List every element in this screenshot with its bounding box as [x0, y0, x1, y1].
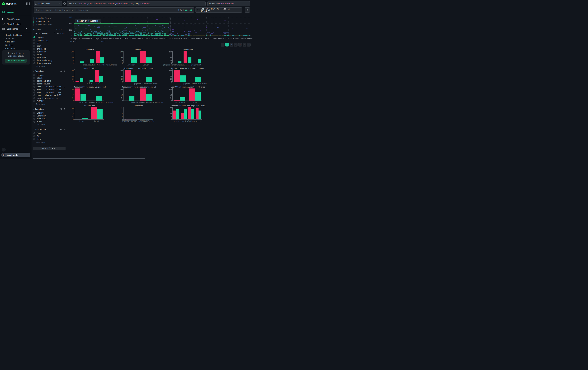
search-input[interactable] — [36, 9, 178, 11]
bar-smaller-range[interactable] — [181, 113, 184, 119]
filter-option[interactable]: Error: The credit card (… — [33, 88, 65, 91]
source-select[interactable]: Demo Traces — [34, 1, 62, 6]
bar-larger-range[interactable] — [195, 92, 201, 100]
bar-smaller-range[interactable] — [74, 89, 80, 100]
bar-larger-range[interactable] — [180, 75, 186, 82]
bar-larger-range[interactable] — [195, 77, 201, 82]
bar-larger-range[interactable] — [188, 57, 191, 63]
gear-icon[interactable] — [63, 2, 66, 5]
bar-smaller-range[interactable] — [194, 63, 197, 63]
sidebar-preset-services[interactable]: Services — [0, 43, 32, 47]
filter-option[interactable]: frontend-proxy — [33, 59, 65, 62]
checkbox[interactable] — [33, 39, 35, 41]
bar-smaller-range[interactable] — [86, 63, 90, 63]
sidebar-item-chart-explorer[interactable]: Chart Explorer — [0, 17, 32, 21]
checkbox[interactable] — [33, 62, 35, 64]
bar-larger-range[interactable] — [82, 118, 88, 119]
page-next-button[interactable]: › — [247, 43, 251, 47]
checkbox[interactable] — [33, 94, 35, 96]
filter-by-selection-button[interactable]: Filter by Selection — [75, 19, 101, 23]
filter-option[interactable]: Unset — [33, 138, 65, 140]
checkbox[interactable] — [33, 51, 35, 53]
filter-group-more[interactable]: › Load more — [33, 123, 65, 126]
bar-larger-range[interactable] — [180, 97, 185, 100]
checkbox[interactable] — [33, 57, 35, 59]
filter-option[interactable]: Error: The credit card (… — [33, 91, 65, 94]
bar-larger-range[interactable] — [146, 94, 152, 100]
bar-smaller-range[interactable] — [140, 51, 146, 63]
filter-option[interactable]: Server — [33, 120, 65, 123]
filter-option[interactable]: cart — [33, 45, 65, 48]
bar-larger-range[interactable] — [129, 96, 135, 100]
bar-smaller-range[interactable] — [125, 63, 131, 63]
checkbox[interactable] — [33, 60, 35, 61]
run-query-button[interactable] — [245, 7, 250, 12]
bar-smaller-range[interactable] — [140, 89, 146, 100]
filter-group-clear[interactable]: Clear — [60, 32, 65, 34]
bar-larger-range[interactable] — [131, 57, 137, 63]
checkbox[interactable] — [33, 89, 35, 90]
checkbox[interactable] — [33, 86, 35, 88]
heatmap-selection-rect[interactable] — [74, 23, 169, 34]
bar-smaller-range[interactable] — [75, 81, 79, 82]
bar-smaller-range[interactable] — [91, 107, 97, 119]
filter-group-more[interactable]: › Show more — [33, 65, 65, 68]
bar-larger-range[interactable] — [96, 96, 102, 100]
bar-larger-range[interactable] — [146, 57, 152, 63]
filter-option[interactable]: Error: The credit card (… — [33, 85, 65, 88]
search-icon[interactable] — [54, 32, 55, 34]
filter-option[interactable]: checkout — [33, 48, 65, 50]
filter-option[interactable]: change — [33, 74, 65, 77]
filter-option[interactable]: Ok — [33, 135, 65, 138]
bar-smaller-range[interactable] — [196, 108, 199, 119]
pin-icon[interactable] — [63, 129, 65, 130]
checkbox[interactable] — [33, 83, 35, 85]
bar-larger-range[interactable] — [146, 77, 152, 82]
get-started-button[interactable]: Get Started for Free — [5, 59, 27, 63]
pin-icon[interactable] — [63, 108, 65, 110]
search-icon[interactable] — [60, 108, 62, 110]
filter-option[interactable]: Error — [33, 132, 65, 135]
filter-option[interactable]: Client — [33, 111, 65, 114]
page-button-4[interactable]: 4 — [238, 43, 242, 47]
page-button-3[interactable]: 3 — [234, 43, 238, 47]
analysis-mode-results-table[interactable]: Results Table — [34, 17, 65, 20]
bar-larger-range[interactable] — [90, 80, 93, 82]
bar-smaller-range[interactable] — [184, 51, 187, 63]
checkbox[interactable] — [33, 118, 35, 120]
bar-larger-range[interactable] — [90, 59, 94, 63]
filter-option[interactable]: currency — [33, 50, 65, 53]
filter-option[interactable]: Error: Visa cache full: … — [33, 94, 65, 97]
clear-all-button[interactable]: Clear all — [56, 29, 65, 31]
filter-group-title[interactable]: StatusCode — [35, 128, 59, 131]
checkbox[interactable] — [33, 121, 35, 123]
order-by-input[interactable]: ORDER BY Timestamp DESC — [207, 1, 250, 6]
checkbox[interactable] — [33, 45, 35, 47]
filter-option[interactable]: load-generator — [33, 62, 65, 65]
filter-option[interactable]: documentLoad — [33, 82, 65, 85]
analysis-mode-event-deltas[interactable]: Event Deltas — [34, 20, 65, 23]
page-prev-button[interactable]: ‹ — [221, 43, 224, 47]
page-button-2[interactable]: 2 — [230, 43, 233, 47]
bar-larger-range[interactable] — [199, 110, 201, 119]
bar-smaller-range[interactable] — [125, 70, 131, 82]
sidebar-item-dashboards[interactable]: Dashboards — [0, 26, 32, 31]
bar-larger-range[interactable] — [176, 110, 179, 119]
filter-option[interactable]: Consumer — [33, 114, 65, 117]
checkbox[interactable] — [33, 135, 35, 137]
checkbox[interactable] — [33, 112, 35, 114]
filter-group-title[interactable]: ServiceName — [35, 32, 52, 35]
checkbox[interactable] — [33, 54, 35, 56]
checkbox-checked[interactable]: ✓ — [33, 36, 35, 38]
bar-larger-range[interactable] — [184, 109, 187, 119]
sidebar-collapse-icon[interactable] — [26, 2, 30, 5]
pin-icon[interactable] — [63, 70, 65, 72]
checkbox[interactable] — [33, 42, 35, 44]
bar-smaller-range[interactable] — [188, 107, 191, 119]
bar-larger-range[interactable] — [178, 61, 181, 63]
filter-option[interactable]: click — [33, 77, 65, 80]
checkbox[interactable] — [33, 74, 35, 76]
page-button-5[interactable]: 5 — [243, 43, 246, 47]
checkbox[interactable] — [33, 100, 35, 102]
filter-group-more[interactable]: › Load more — [33, 140, 65, 143]
